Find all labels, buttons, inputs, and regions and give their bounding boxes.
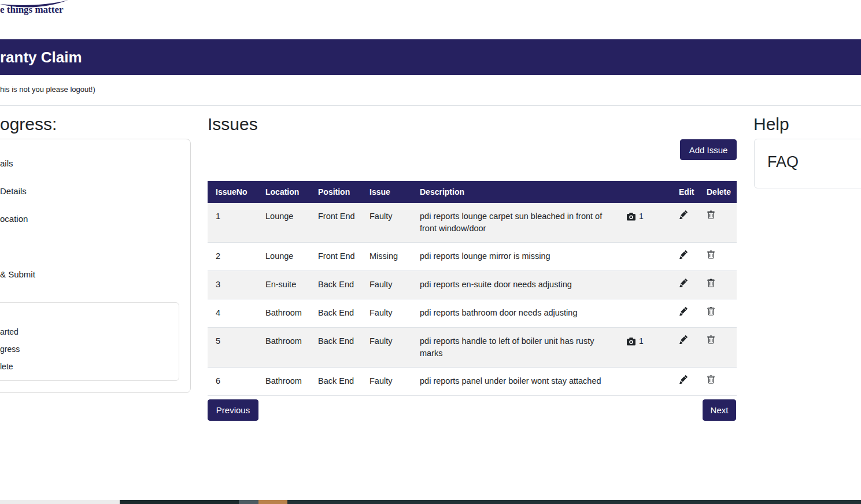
issue-type-cell: Faulty [361, 368, 412, 396]
delete-button[interactable] [707, 335, 715, 344]
issue-type-cell: Missing [361, 243, 412, 271]
page: e things matter ranty Claim his is not y… [0, 0, 861, 504]
position-cell: Back End [310, 328, 361, 368]
col-header-edit: Edit [675, 181, 703, 203]
position-cell: Front End [310, 203, 361, 243]
delete-cell [703, 271, 737, 299]
edit-cell [675, 243, 703, 271]
description-cell: pdi reports lounge mirror is missing [412, 243, 619, 271]
description-cell: pdi reports panel under boiler wont stay… [412, 368, 619, 396]
progress-legend-card [0, 302, 179, 381]
edit-cell [675, 368, 703, 396]
col-header-photos [619, 181, 675, 203]
issue-type-cell: Faulty [361, 328, 412, 368]
edit-button[interactable] [679, 307, 688, 316]
footer-strip [0, 500, 861, 504]
faq-link[interactable]: FAQ [767, 153, 799, 171]
edit-cell [675, 203, 703, 243]
sidebar-step-review-submit[interactable]: & Submit [0, 269, 35, 279]
location-cell: En-suite [257, 271, 310, 299]
photo-count: 1 [639, 212, 644, 221]
location-cell: Lounge [257, 203, 310, 243]
description-cell: pdi reports handle to left of boiler uni… [412, 328, 619, 368]
logout-note: his is not you please logout!) [0, 85, 95, 94]
pencil-icon [679, 307, 688, 316]
issue-type-cell: Faulty [361, 203, 412, 243]
edit-cell [675, 271, 703, 299]
description-cell: pdi reports en-suite door needs adjustin… [412, 271, 619, 299]
trash-icon [707, 279, 715, 288]
edit-button[interactable] [679, 335, 688, 344]
delete-button[interactable] [707, 210, 715, 220]
footer-seg-dark2 [287, 500, 861, 504]
location-cell: Lounge [257, 243, 310, 271]
pencil-icon [679, 375, 688, 384]
position-cell: Front End [310, 243, 361, 271]
location-cell: Bathroom [257, 299, 310, 328]
delete-button[interactable] [707, 250, 715, 260]
col-header-issueno: IssueNo [208, 181, 257, 203]
edit-cell [675, 299, 703, 328]
pencil-icon [679, 335, 688, 344]
camera-icon [627, 213, 636, 221]
description-cell: pdi reports lounge carpet sun bleached i… [412, 203, 619, 243]
delete-cell [703, 328, 737, 368]
issueno-cell: 1 [208, 203, 257, 243]
legend-complete: lete [0, 362, 13, 371]
photos-cell [619, 243, 675, 271]
table-row: 1LoungeFront EndFaultypdi reports lounge… [208, 203, 737, 243]
col-header-issue: Issue [361, 181, 412, 203]
footer-seg-light [0, 500, 120, 504]
photos-cell [619, 368, 675, 396]
issueno-cell: 4 [208, 299, 257, 328]
sidebar-step-claim-details[interactable]: Details [0, 186, 27, 196]
trash-icon [707, 335, 715, 344]
table-row: 3En-suiteBack EndFaultypdi reports en-su… [208, 271, 737, 299]
location-cell: Bathroom [257, 368, 310, 396]
camera-icon [627, 338, 636, 346]
pencil-icon [679, 279, 688, 287]
progress-heading: ogress: [0, 114, 57, 134]
delete-cell [703, 368, 737, 396]
sidebar-step-details[interactable]: ails [0, 158, 13, 168]
legend-in-progress: gress [0, 344, 20, 354]
delete-cell [703, 243, 737, 271]
page-title-bar: ranty Claim [0, 39, 861, 75]
edit-button[interactable] [679, 210, 688, 219]
add-issue-button[interactable]: Add Issue [680, 139, 737, 160]
trash-icon [707, 250, 715, 260]
brand-tagline: e things matter [0, 4, 64, 16]
delete-button[interactable] [707, 375, 715, 384]
position-cell: Back End [310, 368, 361, 396]
footer-seg-slate [239, 500, 258, 504]
issueno-cell: 6 [208, 368, 257, 396]
photos-cell [619, 299, 675, 328]
edit-button[interactable] [679, 250, 688, 259]
divider [0, 105, 861, 106]
col-header-description: Description [412, 181, 619, 203]
next-button[interactable]: Next [703, 399, 736, 421]
photo-count: 1 [639, 336, 644, 346]
edit-button[interactable] [679, 279, 688, 287]
delete-cell [703, 299, 737, 328]
sidebar-step-location[interactable]: ocation [0, 214, 28, 224]
photos-cell: 1 [619, 203, 675, 243]
table-row: 4BathroomBack EndFaultypdi reports bathr… [208, 299, 737, 328]
col-header-position: Position [310, 181, 361, 203]
issueno-cell: 3 [208, 271, 257, 299]
pencil-icon [679, 210, 688, 219]
help-heading: Help [753, 114, 789, 134]
edit-button[interactable] [679, 375, 688, 384]
edit-cell [675, 328, 703, 368]
trash-icon [707, 307, 715, 316]
delete-button[interactable] [707, 279, 715, 288]
delete-cell [703, 203, 737, 243]
issues-heading: Issues [208, 114, 258, 134]
col-header-location: Location [257, 181, 310, 203]
legend-not-started: arted [0, 327, 19, 336]
page-title: ranty Claim [0, 39, 82, 75]
previous-button[interactable]: Previous [208, 399, 258, 421]
position-cell: Back End [310, 271, 361, 299]
footer-seg-dark1 [120, 500, 239, 504]
delete-button[interactable] [707, 307, 715, 316]
